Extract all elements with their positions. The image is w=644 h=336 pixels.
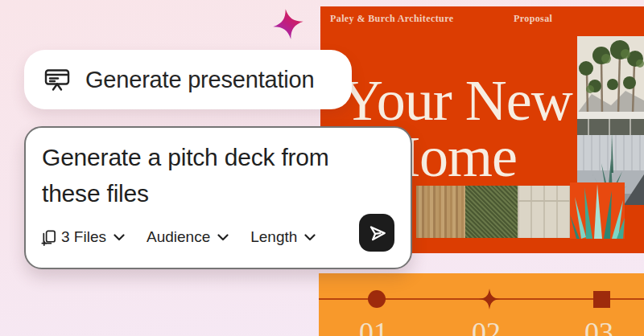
swatch-cream-tile — [518, 186, 570, 238]
presentation-icon — [43, 65, 72, 94]
prompt-options-row: 3 Files Audience Length — [40, 228, 316, 246]
ai-sparkle-icon — [270, 6, 307, 43]
timeline-marker-square — [593, 291, 610, 308]
slide-header-proposal: Proposal — [514, 13, 552, 25]
generate-presentation-label: Generate presentation — [85, 67, 314, 93]
send-icon — [366, 223, 387, 244]
swatch-agave-photo — [570, 182, 625, 239]
files-add-icon — [40, 229, 57, 246]
files-chip-label: 3 Files — [61, 228, 106, 246]
house-photo — [577, 36, 644, 205]
length-chip-label: Length — [250, 228, 297, 246]
timeline-step-number: 01 — [341, 316, 406, 336]
files-chip[interactable]: 3 Files — [40, 228, 125, 246]
chevron-down-icon — [114, 234, 125, 241]
prompt-card[interactable]: Generate a pitch deck from these files 3… — [24, 126, 412, 269]
hero-canvas: Paley & Burch Architecture Proposal Your… — [0, 0, 644, 336]
timeline-step-number: 02 — [454, 316, 518, 336]
timeline-slide: 01 02 03 — [319, 273, 644, 336]
timeline-marker-diamond-icon — [479, 289, 500, 309]
timeline-marker-circle — [368, 290, 386, 308]
slide-header-company: Paley & Burch Architecture — [330, 13, 453, 25]
slide-title-line1: Your New — [341, 72, 572, 129]
swatch-wood-texture — [416, 186, 465, 238]
timeline-step-number: 03 — [567, 316, 631, 336]
audience-chip[interactable]: Audience — [147, 228, 229, 246]
swatch-green-fabric — [465, 186, 518, 238]
audience-chip-label: Audience — [147, 228, 210, 246]
prompt-text[interactable]: Generate a pitch deck from these files — [42, 139, 372, 211]
chevron-down-icon — [217, 234, 229, 241]
length-chip[interactable]: Length — [250, 228, 316, 246]
chevron-down-icon — [304, 234, 316, 241]
generate-presentation-card[interactable]: Generate presentation — [24, 50, 352, 109]
send-button[interactable] — [359, 214, 394, 252]
